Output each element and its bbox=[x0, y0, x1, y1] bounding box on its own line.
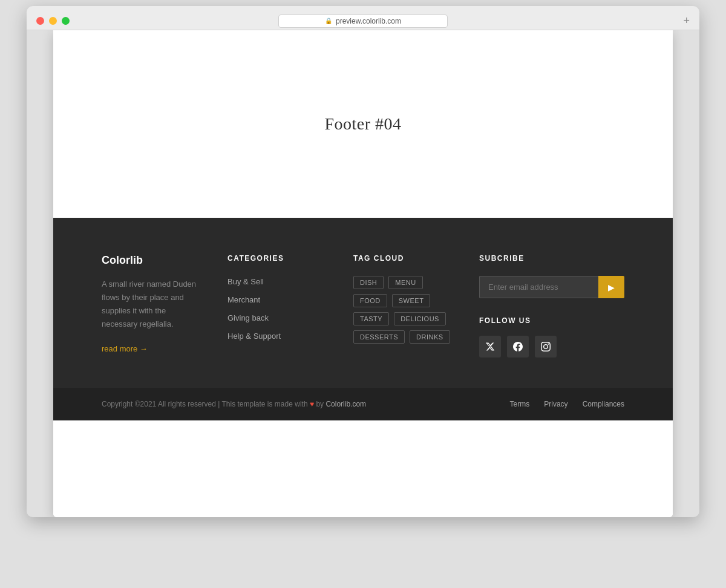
privacy-link[interactable]: Privacy bbox=[544, 400, 567, 408]
footer-links: Terms Privacy Compliances bbox=[510, 400, 624, 408]
heart-icon: ♥ bbox=[310, 400, 314, 408]
tag-drinks[interactable]: DRINKS bbox=[410, 330, 450, 344]
category-link-merchant[interactable]: Merchant bbox=[227, 295, 260, 304]
lock-icon: 🔒 bbox=[325, 18, 332, 24]
category-link-help-support[interactable]: Help & Support bbox=[227, 332, 281, 341]
footer-col-tagcloud: TAG CLOUD DISH MENU FOOD SWEET TASTY DEL… bbox=[353, 254, 455, 358]
send-icon: ▶ bbox=[608, 283, 615, 292]
instagram-icon[interactable] bbox=[535, 336, 557, 358]
footer-grid: Colorlib A small river named Duden flows… bbox=[102, 254, 624, 358]
maximize-button[interactable] bbox=[62, 17, 70, 25]
category-link-giving-back[interactable]: Giving back bbox=[227, 313, 269, 322]
terms-link[interactable]: Terms bbox=[510, 400, 530, 408]
subscribe-button[interactable]: ▶ bbox=[598, 276, 624, 298]
tagcloud-heading: TAG CLOUD bbox=[353, 254, 455, 263]
facebook-icon[interactable] bbox=[507, 336, 529, 358]
footer-col-subscribe: SUBCRIBE ▶ FOLLOW US bbox=[479, 254, 624, 358]
tag-tasty[interactable]: TASTY bbox=[353, 312, 389, 325]
tag-delicious[interactable]: DELICIOUS bbox=[394, 312, 446, 325]
copyright-text: Copyright ©2021 All rights reserved | Th… bbox=[102, 400, 308, 408]
colorlib-link[interactable]: Colorlib.com bbox=[325, 400, 366, 408]
footer-bottom: Copyright ©2021 All rights reserved | Th… bbox=[53, 388, 673, 420]
tag-menu[interactable]: MENU bbox=[388, 276, 422, 289]
url-bar[interactable]: 🔒 preview.colorlib.com bbox=[278, 15, 448, 28]
list-item: Merchant bbox=[227, 294, 329, 305]
list-item: Giving back bbox=[227, 312, 329, 323]
follow-us-heading: FOLLOW US bbox=[479, 316, 624, 325]
list-item: Buy & Sell bbox=[227, 276, 329, 287]
footer-brand-description: A small river named Duden flows by their… bbox=[102, 278, 203, 331]
footer-col-categories: CATEGORIES Buy & Sell Merchant Giving ba… bbox=[227, 254, 329, 358]
read-more-link[interactable]: read more → bbox=[102, 344, 148, 353]
outer-wrapper: 🔒 preview.colorlib.com + Footer #04 Colo… bbox=[0, 0, 726, 588]
close-button[interactable] bbox=[36, 17, 44, 25]
page-bottom-area bbox=[53, 420, 673, 517]
by-text: by bbox=[316, 400, 324, 408]
email-input[interactable] bbox=[479, 276, 598, 298]
list-item: Help & Support bbox=[227, 330, 329, 341]
footer-copyright: Copyright ©2021 All rights reserved | Th… bbox=[102, 400, 366, 408]
subscribe-heading: SUBCRIBE bbox=[479, 254, 624, 263]
page-title: Footer #04 bbox=[324, 114, 401, 134]
tag-dish[interactable]: DISH bbox=[353, 276, 384, 289]
categories-list: Buy & Sell Merchant Giving back Help & S… bbox=[227, 276, 329, 341]
footer-col-brand: Colorlib A small river named Duden flows… bbox=[102, 254, 203, 358]
twitter-icon[interactable] bbox=[479, 336, 501, 358]
tag-desserts[interactable]: DESSERTS bbox=[353, 330, 405, 344]
social-icons bbox=[479, 336, 624, 358]
footer-brand-name: Colorlib bbox=[102, 254, 203, 267]
tag-food[interactable]: FOOD bbox=[353, 294, 387, 307]
page-content-area: Footer #04 bbox=[53, 30, 673, 218]
browser-chrome: 🔒 preview.colorlib.com + bbox=[27, 6, 699, 30]
url-text: preview.colorlib.com bbox=[336, 17, 401, 25]
categories-heading: CATEGORIES bbox=[227, 254, 329, 263]
minimize-button[interactable] bbox=[49, 17, 57, 25]
subscribe-form: ▶ bbox=[479, 276, 624, 298]
browser-outer: 🔒 preview.colorlib.com + Footer #04 Colo… bbox=[27, 6, 699, 517]
browser-window: Footer #04 Colorlib A small river named … bbox=[53, 30, 673, 517]
footer-main: Colorlib A small river named Duden flows… bbox=[53, 218, 673, 388]
tag-sweet[interactable]: SWEET bbox=[392, 294, 431, 307]
add-tab-button[interactable]: + bbox=[683, 15, 690, 27]
category-link-buy-sell[interactable]: Buy & Sell bbox=[227, 277, 264, 286]
compliances-link[interactable]: Compliances bbox=[583, 400, 624, 408]
tag-cloud: DISH MENU FOOD SWEET TASTY DELICIOUS DES… bbox=[353, 276, 455, 344]
